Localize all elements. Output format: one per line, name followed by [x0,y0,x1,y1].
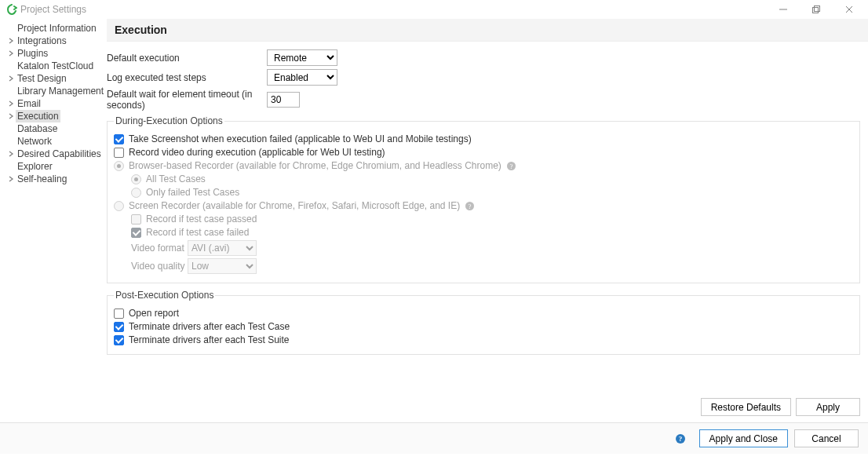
default-wait-timeout-label: Default wait for element timeout (in sec… [107,89,267,111]
record-if-failed-checkbox [131,228,141,238]
minimize-icon[interactable] [777,3,790,16]
apply-and-close-button[interactable]: Apply and Close [699,429,788,447]
post-execution-group: Post-Execution Options Open report Termi… [107,290,860,355]
chevron-right-icon[interactable] [6,75,16,82]
sidebar-item-project-information[interactable]: Project Information [0,22,107,35]
page-body: Default execution Remote Log executed te… [107,42,868,395]
post-execution-legend: Post-Execution Options [114,290,215,301]
default-execution-label: Default execution [107,53,267,64]
sidebar-item-database[interactable]: Database [0,122,107,135]
help-icon[interactable]: ? [506,161,516,171]
only-failed-radio [131,188,141,198]
page-header: Execution [107,19,868,42]
sidebar-item-self-healing[interactable]: Self-healing [0,173,107,185]
sidebar-item-test-design[interactable]: Test Design [0,72,107,85]
svg-rect-1 [813,8,819,13]
sidebar-item-label: Network [16,135,53,148]
help-icon[interactable]: ? [465,201,475,211]
sidebar-item-label: Explorer [16,160,54,173]
default-wait-timeout-input[interactable] [267,92,300,108]
sidebar-item-label: Desired Capabilities [16,148,103,160]
sidebar-item-label: Self-healing [16,173,68,185]
svg-rect-2 [815,6,820,12]
screen-recorder-radio [114,201,124,211]
sidebar-item-label: Database [16,122,59,135]
sidebar-item-label: Test Design [16,72,68,85]
sidebar-item-explorer[interactable]: Explorer [0,160,107,173]
log-executed-steps-select[interactable]: Enabled [267,69,337,86]
terminate-after-case-label: Terminate drivers after each Test Case [129,321,290,332]
during-execution-legend: During-Execution Options [114,115,224,126]
sidebar-item-label: Execution [16,110,60,122]
close-icon[interactable] [843,3,855,16]
browser-recorder-label: Browser-based Recorder (available for Ch… [129,160,501,171]
window-title: Project Settings [20,4,86,15]
all-test-cases-label: All Test Cases [146,173,206,184]
video-format-label: Video format [131,243,188,254]
log-executed-steps-label: Log executed test steps [107,72,267,83]
cancel-button[interactable]: Cancel [794,429,859,447]
terminate-after-suite-label: Terminate drivers after each Test Suite [129,334,290,345]
apply-button[interactable]: Apply [796,398,860,416]
open-report-checkbox[interactable] [114,308,124,319]
sidebar-tree: Project InformationIntegrationsPluginsKa… [0,19,107,422]
footer-bar: ? Apply and Close Cancel [0,422,868,454]
content-button-row: Restore Defaults Apply [107,395,868,422]
chevron-right-icon[interactable] [6,113,16,119]
sidebar-item-label: Integrations [16,35,68,47]
help-icon[interactable]: ? [674,433,687,445]
sidebar-item-label: Library Management [16,85,105,97]
browser-recorder-radio [114,161,124,171]
svg-text:?: ? [509,162,512,170]
sidebar-item-library-management[interactable]: Library Management [0,85,107,97]
chevron-right-icon[interactable] [6,100,16,107]
restore-defaults-button[interactable]: Restore Defaults [701,398,791,416]
svg-text:?: ? [678,435,682,443]
terminate-after-case-checkbox[interactable] [114,322,124,332]
video-quality-select: Low [188,258,257,274]
video-quality-label: Video quality [131,261,188,272]
content-pane: Execution Default execution Remote Log e… [107,19,868,422]
during-execution-group: During-Execution Options Take Screenshot… [107,115,860,283]
terminate-after-suite-checkbox[interactable] [114,335,124,345]
chevron-right-icon[interactable] [6,38,16,44]
take-screenshot-checkbox[interactable] [114,134,124,144]
sidebar-item-desired-capabilities[interactable]: Desired Capabilities [0,148,107,160]
sidebar-item-email[interactable]: Email [0,97,107,110]
sidebar-item-execution[interactable]: Execution [0,110,107,122]
sidebar-item-label: Plugins [16,47,49,60]
record-video-checkbox[interactable] [114,148,124,158]
svg-text:?: ? [469,202,472,210]
sidebar-item-label: Email [16,97,42,110]
chevron-right-icon[interactable] [6,176,16,182]
chevron-right-icon[interactable] [6,151,16,157]
sidebar-item-network[interactable]: Network [0,135,107,148]
sidebar-item-label: Project Information [16,22,98,35]
video-format-select: AVI (.avi) [188,240,257,256]
sidebar-item-integrations[interactable]: Integrations [0,35,107,47]
page-title: Execution [115,24,860,36]
record-if-passed-checkbox [131,214,141,225]
screen-recorder-label: Screen Recorder (available for Chrome, F… [129,200,460,211]
window-controls [777,3,863,16]
open-report-label: Open report [129,308,179,319]
maximize-icon[interactable] [810,3,822,16]
record-if-passed-label: Record if test case passed [146,214,257,225]
sidebar-item-katalon-testcloud[interactable]: Katalon TestCloud [0,60,107,72]
all-test-cases-radio [131,174,141,184]
titlebar: Project Settings [0,0,868,19]
chevron-right-icon[interactable] [6,50,16,57]
take-screenshot-label: Take Screenshot when execution failed (a… [129,133,472,144]
app-icon [6,4,17,15]
default-execution-select[interactable]: Remote [267,49,337,66]
record-video-label: Record video during execution (applicabl… [129,147,385,158]
only-failed-label: Only failed Test Cases [146,187,239,198]
sidebar-item-label: Katalon TestCloud [16,60,95,72]
sidebar-item-plugins[interactable]: Plugins [0,47,107,60]
record-if-failed-label: Record if test case failed [146,227,249,238]
